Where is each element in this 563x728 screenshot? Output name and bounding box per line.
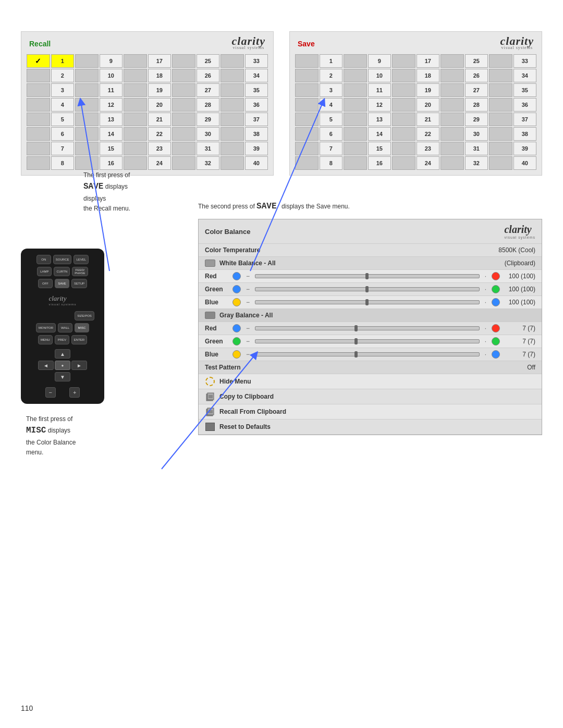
grid-num-2[interactable]: 2 xyxy=(51,69,75,82)
grid-checkbox-14[interactable] xyxy=(75,127,99,141)
remote-nav-center[interactable]: ● xyxy=(55,361,70,370)
grid-checkbox-22[interactable] xyxy=(124,127,147,141)
grid-checkbox-23[interactable] xyxy=(124,142,147,155)
slider-green[interactable] xyxy=(255,287,480,291)
grid-num-36[interactable]: 36 xyxy=(513,98,537,112)
grid-num-4[interactable]: 4 xyxy=(320,98,343,112)
grid-num-37[interactable]: 37 xyxy=(245,113,268,126)
grid-checkbox-7[interactable] xyxy=(295,142,319,155)
grid-num-40[interactable]: 40 xyxy=(513,156,537,170)
grid-checkbox-29[interactable] xyxy=(440,113,464,126)
remote-btn-off[interactable]: OFF xyxy=(38,279,53,288)
grid-num-3[interactable]: 3 xyxy=(51,83,75,97)
grid-checkbox-20[interactable] xyxy=(124,98,147,112)
grid-num-39[interactable]: 39 xyxy=(513,142,537,155)
grid-num-5[interactable]: 5 xyxy=(320,113,343,126)
grid-checkbox-32[interactable] xyxy=(440,156,464,170)
grid-num-7[interactable]: 7 xyxy=(320,142,343,155)
grid-num-14[interactable]: 14 xyxy=(100,127,123,141)
grid-num-33[interactable]: 33 xyxy=(513,54,537,68)
remote-nav-down[interactable]: ▼ xyxy=(55,372,70,381)
grid-num-28[interactable]: 28 xyxy=(465,98,488,112)
grid-checkbox-34[interactable] xyxy=(489,69,512,82)
reset-defaults-item[interactable]: Reset to Defaults xyxy=(199,419,542,435)
grid-checkbox-6[interactable] xyxy=(295,127,319,141)
grid-checkbox-29[interactable] xyxy=(172,113,195,126)
grid-num-18[interactable]: 18 xyxy=(148,69,172,82)
grid-num-11[interactable]: 11 xyxy=(100,83,123,97)
grid-checkbox-1[interactable] xyxy=(295,54,319,68)
grid-checkbox-19[interactable] xyxy=(392,83,415,97)
hide-menu-item[interactable]: Hide Menu xyxy=(199,374,542,389)
remote-btn-save[interactable]: SAVE xyxy=(55,279,69,288)
remote-btn-level[interactable]: LEVEL xyxy=(74,255,89,264)
grid-num-15[interactable]: 15 xyxy=(100,142,123,155)
grid-checkbox-10[interactable] xyxy=(344,69,367,82)
grid-checkbox-36[interactable] xyxy=(221,98,244,112)
grid-num-6[interactable]: 6 xyxy=(51,127,75,141)
grid-checkbox-25[interactable] xyxy=(172,54,195,68)
grid-checkbox-28[interactable] xyxy=(440,98,464,112)
slider-blue[interactable] xyxy=(255,300,480,304)
grid-checkbox-34[interactable] xyxy=(221,69,244,82)
remote-btn-wall[interactable]: WALL xyxy=(58,323,72,332)
grid-checkbox-5[interactable] xyxy=(27,113,50,126)
grid-num-27[interactable]: 27 xyxy=(465,83,488,97)
remote-btn-menu[interactable]: MENU xyxy=(38,335,53,344)
grid-checkbox-3[interactable] xyxy=(295,83,319,97)
grid-checkbox-24[interactable] xyxy=(392,156,415,170)
grid-checkbox-27[interactable] xyxy=(440,83,464,97)
grid-num-30[interactable]: 30 xyxy=(465,127,488,141)
copy-clipboard-item[interactable]: Copy to Clipboard xyxy=(199,389,542,404)
grid-checkbox-2[interactable] xyxy=(27,69,50,82)
grid-checkbox-14[interactable] xyxy=(344,127,367,141)
grid-checkbox-38[interactable] xyxy=(489,127,512,141)
grid-checkbox-18[interactable] xyxy=(392,69,415,82)
grid-num-10[interactable]: 10 xyxy=(368,69,391,82)
grid-num-15[interactable]: 15 xyxy=(368,142,391,155)
grid-num-24[interactable]: 24 xyxy=(148,156,172,170)
grid-num-35[interactable]: 35 xyxy=(513,83,537,97)
remote-btn-feed[interactable]: FEED/PHASE xyxy=(72,267,88,276)
remote-btn-sizepos-btn[interactable]: SIZE/POS xyxy=(75,311,94,320)
remote-btn-enter[interactable]: ENTER xyxy=(71,335,87,344)
grid-checkbox-40[interactable] xyxy=(489,156,512,170)
grid-checkbox-39[interactable] xyxy=(489,142,512,155)
grid-checkbox-28[interactable] xyxy=(172,98,195,112)
grid-checkbox-18[interactable] xyxy=(124,69,147,82)
grid-num-16[interactable]: 16 xyxy=(100,156,123,170)
grid-num-17[interactable]: 17 xyxy=(417,54,440,68)
grid-checkbox-11[interactable] xyxy=(344,83,367,97)
grid-num-37[interactable]: 37 xyxy=(513,113,537,126)
grid-checkbox-36[interactable] xyxy=(489,98,512,112)
grid-num-25[interactable]: 25 xyxy=(197,54,220,68)
recall-clipboard-item[interactable]: Recall From Clipboard xyxy=(199,404,542,419)
grid-num-36[interactable]: 36 xyxy=(245,98,268,112)
remote-btn-prev[interactable]: PREV xyxy=(55,335,69,344)
grid-checkbox-16[interactable] xyxy=(344,156,367,170)
grid-num-12[interactable]: 12 xyxy=(368,98,391,112)
grid-checkbox-13[interactable] xyxy=(75,113,99,126)
grid-num-12[interactable]: 12 xyxy=(100,98,123,112)
grid-num-33[interactable]: 33 xyxy=(245,54,268,68)
grid-checkbox-21[interactable] xyxy=(392,113,415,126)
remote-btn-setup[interactable]: SETUP xyxy=(71,279,87,288)
grid-num-29[interactable]: 29 xyxy=(197,113,220,126)
grid-num-1[interactable]: 1 xyxy=(51,54,75,68)
grid-checkbox-3[interactable] xyxy=(27,83,50,97)
grid-num-22[interactable]: 22 xyxy=(417,127,440,141)
grid-num-8[interactable]: 8 xyxy=(51,156,75,170)
slider-gray-green[interactable] xyxy=(255,339,480,343)
grid-num-25[interactable]: 25 xyxy=(465,54,488,68)
grid-num-13[interactable]: 13 xyxy=(368,113,391,126)
grid-num-40[interactable]: 40 xyxy=(245,156,268,170)
grid-checkbox-20[interactable] xyxy=(392,98,415,112)
grid-num-7[interactable]: 7 xyxy=(51,142,75,155)
grid-num-30[interactable]: 30 xyxy=(197,127,220,141)
grid-checkbox-30[interactable] xyxy=(440,127,464,141)
grid-num-18[interactable]: 18 xyxy=(417,69,440,82)
grid-num-31[interactable]: 31 xyxy=(197,142,220,155)
grid-checkbox-8[interactable] xyxy=(27,156,50,170)
remote-minus[interactable]: − xyxy=(45,387,56,398)
grid-num-26[interactable]: 26 xyxy=(465,69,488,82)
